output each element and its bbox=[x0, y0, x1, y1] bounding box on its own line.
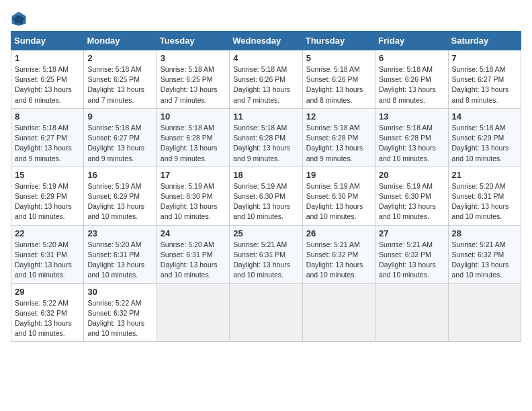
header-row: SundayMondayTuesdayWednesdayThursdayFrid… bbox=[11, 32, 521, 50]
day-info: Sunrise: 5:19 AMSunset: 6:30 PMDaylight:… bbox=[233, 181, 298, 222]
day-cell-27: 27Sunrise: 5:21 AMSunset: 6:32 PMDayligh… bbox=[375, 225, 448, 283]
day-number: 15 bbox=[15, 170, 80, 180]
day-info: Sunrise: 5:20 AMSunset: 6:31 PMDaylight:… bbox=[452, 181, 517, 222]
day-cell-30: 30Sunrise: 5:22 AMSunset: 6:32 PMDayligh… bbox=[84, 283, 157, 342]
day-info: Sunrise: 5:18 AMSunset: 6:26 PMDaylight:… bbox=[306, 64, 371, 105]
day-cell-6: 6Sunrise: 5:18 AMSunset: 6:26 PMDaylight… bbox=[375, 50, 448, 109]
week-row-4: 15Sunrise: 5:19 AMSunset: 6:29 PMDayligh… bbox=[11, 167, 521, 225]
day-number: 1 bbox=[15, 53, 80, 63]
day-info: Sunrise: 5:18 AMSunset: 6:28 PMDaylight:… bbox=[379, 123, 444, 164]
day-cell-1: 1Sunrise: 5:18 AMSunset: 6:25 PMDaylight… bbox=[11, 50, 84, 109]
day-info: Sunrise: 5:18 AMSunset: 6:25 PMDaylight:… bbox=[15, 64, 80, 105]
day-number: 5 bbox=[306, 53, 371, 63]
day-info: Sunrise: 5:19 AMSunset: 6:30 PMDaylight:… bbox=[306, 181, 371, 222]
day-cell-24: 24Sunrise: 5:20 AMSunset: 6:31 PMDayligh… bbox=[157, 225, 229, 283]
day-number: 19 bbox=[306, 170, 371, 180]
day-number: 4 bbox=[233, 53, 298, 63]
day-number: 2 bbox=[87, 53, 152, 63]
day-info: Sunrise: 5:19 AMSunset: 6:30 PMDaylight:… bbox=[379, 181, 444, 222]
day-cell-15: 15Sunrise: 5:19 AMSunset: 6:29 PMDayligh… bbox=[11, 167, 84, 225]
day-info: Sunrise: 5:18 AMSunset: 6:27 PMDaylight:… bbox=[15, 123, 80, 164]
day-cell-26: 26Sunrise: 5:21 AMSunset: 6:32 PMDayligh… bbox=[302, 225, 375, 283]
day-number: 11 bbox=[233, 111, 298, 122]
day-cell-18: 18Sunrise: 5:19 AMSunset: 6:30 PMDayligh… bbox=[230, 167, 302, 225]
day-number: 29 bbox=[15, 287, 80, 297]
empty-cell bbox=[302, 283, 375, 342]
day-cell-22: 22Sunrise: 5:20 AMSunset: 6:31 PMDayligh… bbox=[11, 225, 84, 283]
col-header-thursday: Thursday bbox=[302, 32, 375, 50]
day-number: 17 bbox=[161, 170, 226, 180]
day-cell-25: 25Sunrise: 5:21 AMSunset: 6:31 PMDayligh… bbox=[230, 225, 302, 283]
header bbox=[11, 11, 521, 27]
day-number: 13 bbox=[379, 111, 444, 122]
day-info: Sunrise: 5:18 AMSunset: 6:25 PMDaylight:… bbox=[87, 64, 152, 105]
day-number: 12 bbox=[306, 111, 371, 122]
day-number: 14 bbox=[452, 111, 517, 122]
day-number: 8 bbox=[15, 111, 80, 122]
day-number: 25 bbox=[233, 228, 298, 238]
day-cell-21: 21Sunrise: 5:20 AMSunset: 6:31 PMDayligh… bbox=[448, 167, 521, 225]
day-info: Sunrise: 5:18 AMSunset: 6:26 PMDaylight:… bbox=[233, 64, 298, 105]
empty-cell bbox=[157, 283, 229, 342]
day-info: Sunrise: 5:18 AMSunset: 6:26 PMDaylight:… bbox=[379, 64, 444, 105]
day-info: Sunrise: 5:19 AMSunset: 6:29 PMDaylight:… bbox=[15, 181, 80, 222]
day-cell-10: 10Sunrise: 5:18 AMSunset: 6:28 PMDayligh… bbox=[157, 108, 229, 167]
day-info: Sunrise: 5:18 AMSunset: 6:25 PMDaylight:… bbox=[161, 64, 226, 105]
day-info: Sunrise: 5:21 AMSunset: 6:32 PMDaylight:… bbox=[306, 240, 371, 281]
day-number: 18 bbox=[233, 170, 298, 180]
day-cell-19: 19Sunrise: 5:19 AMSunset: 6:30 PMDayligh… bbox=[302, 167, 375, 225]
day-info: Sunrise: 5:21 AMSunset: 6:31 PMDaylight:… bbox=[233, 240, 298, 281]
day-cell-2: 2Sunrise: 5:18 AMSunset: 6:25 PMDaylight… bbox=[84, 50, 157, 109]
empty-cell bbox=[448, 283, 521, 342]
day-number: 20 bbox=[379, 170, 444, 180]
day-cell-8: 8Sunrise: 5:18 AMSunset: 6:27 PMDaylight… bbox=[11, 108, 84, 167]
day-cell-9: 9Sunrise: 5:18 AMSunset: 6:27 PMDaylight… bbox=[84, 108, 157, 167]
day-info: Sunrise: 5:19 AMSunset: 6:29 PMDaylight:… bbox=[87, 181, 152, 222]
day-cell-13: 13Sunrise: 5:18 AMSunset: 6:28 PMDayligh… bbox=[375, 108, 448, 167]
day-number: 30 bbox=[87, 287, 152, 297]
week-row-6: 29Sunrise: 5:22 AMSunset: 6:32 PMDayligh… bbox=[11, 283, 521, 342]
day-info: Sunrise: 5:22 AMSunset: 6:32 PMDaylight:… bbox=[15, 298, 80, 339]
day-number: 24 bbox=[161, 228, 226, 238]
day-cell-17: 17Sunrise: 5:19 AMSunset: 6:30 PMDayligh… bbox=[157, 167, 229, 225]
col-header-tuesday: Tuesday bbox=[157, 32, 229, 50]
col-header-sunday: Sunday bbox=[11, 32, 84, 50]
day-cell-3: 3Sunrise: 5:18 AMSunset: 6:25 PMDaylight… bbox=[157, 50, 229, 109]
col-header-wednesday: Wednesday bbox=[230, 32, 302, 50]
day-cell-11: 11Sunrise: 5:18 AMSunset: 6:28 PMDayligh… bbox=[230, 108, 302, 167]
day-number: 22 bbox=[15, 228, 80, 238]
day-number: 26 bbox=[306, 228, 371, 238]
day-info: Sunrise: 5:18 AMSunset: 6:27 PMDaylight:… bbox=[87, 123, 152, 164]
day-info: Sunrise: 5:18 AMSunset: 6:27 PMDaylight:… bbox=[452, 64, 517, 105]
day-info: Sunrise: 5:20 AMSunset: 6:31 PMDaylight:… bbox=[161, 240, 226, 281]
day-info: Sunrise: 5:22 AMSunset: 6:32 PMDaylight:… bbox=[87, 298, 152, 339]
day-number: 23 bbox=[87, 228, 152, 238]
day-cell-7: 7Sunrise: 5:18 AMSunset: 6:27 PMDaylight… bbox=[448, 50, 521, 109]
day-info: Sunrise: 5:18 AMSunset: 6:28 PMDaylight:… bbox=[306, 123, 371, 164]
col-header-friday: Friday bbox=[375, 32, 448, 50]
day-cell-28: 28Sunrise: 5:21 AMSunset: 6:32 PMDayligh… bbox=[448, 225, 521, 283]
day-cell-4: 4Sunrise: 5:18 AMSunset: 6:26 PMDaylight… bbox=[230, 50, 302, 109]
day-cell-23: 23Sunrise: 5:20 AMSunset: 6:31 PMDayligh… bbox=[84, 225, 157, 283]
day-info: Sunrise: 5:21 AMSunset: 6:32 PMDaylight:… bbox=[379, 240, 444, 281]
day-info: Sunrise: 5:18 AMSunset: 6:29 PMDaylight:… bbox=[452, 123, 517, 164]
day-number: 27 bbox=[379, 228, 444, 238]
day-cell-20: 20Sunrise: 5:19 AMSunset: 6:30 PMDayligh… bbox=[375, 167, 448, 225]
day-number: 3 bbox=[161, 53, 226, 63]
col-header-saturday: Saturday bbox=[448, 32, 521, 50]
logo bbox=[11, 11, 30, 27]
day-info: Sunrise: 5:20 AMSunset: 6:31 PMDaylight:… bbox=[87, 240, 152, 281]
day-number: 6 bbox=[379, 53, 444, 63]
col-header-monday: Monday bbox=[84, 32, 157, 50]
day-number: 21 bbox=[452, 170, 517, 180]
week-row-2: 1Sunrise: 5:18 AMSunset: 6:25 PMDaylight… bbox=[11, 50, 521, 109]
day-number: 9 bbox=[87, 111, 152, 122]
calendar-table: SundayMondayTuesdayWednesdayThursdayFrid… bbox=[11, 31, 521, 342]
day-cell-12: 12Sunrise: 5:18 AMSunset: 6:28 PMDayligh… bbox=[302, 108, 375, 167]
day-info: Sunrise: 5:21 AMSunset: 6:32 PMDaylight:… bbox=[452, 240, 517, 281]
day-info: Sunrise: 5:18 AMSunset: 6:28 PMDaylight:… bbox=[233, 123, 298, 164]
logo-icon bbox=[11, 11, 27, 27]
empty-cell bbox=[230, 283, 302, 342]
day-number: 7 bbox=[452, 53, 517, 63]
day-cell-14: 14Sunrise: 5:18 AMSunset: 6:29 PMDayligh… bbox=[448, 108, 521, 167]
